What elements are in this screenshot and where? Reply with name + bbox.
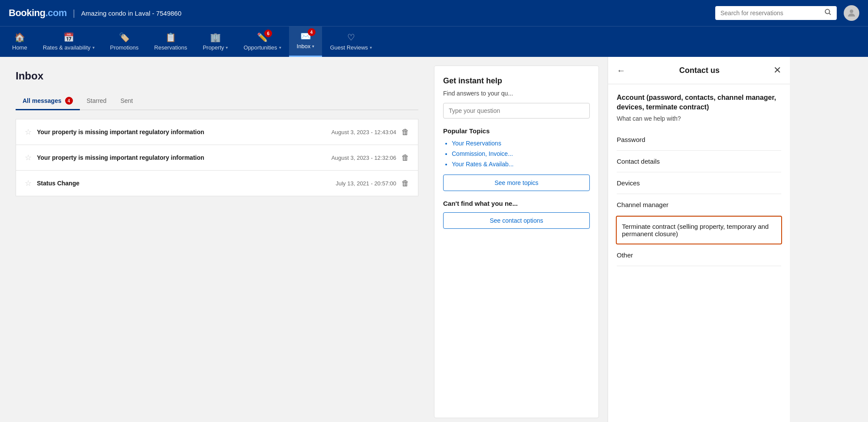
tab-sent[interactable]: Sent — [113, 92, 140, 110]
avatar[interactable] — [844, 5, 859, 21]
contact-what-help: What can we help with? — [617, 115, 781, 122]
message-text: Status Change — [37, 180, 331, 187]
header-separator: | — [73, 8, 75, 18]
delete-icon[interactable]: 🗑 — [401, 153, 409, 162]
header: Booking.com | Amazing condo in Laval - 7… — [0, 0, 868, 26]
nav-item-reviews[interactable]: ♡ Guest Reviews ▾ — [322, 28, 379, 57]
message-text: Your property is missing important regul… — [37, 129, 326, 135]
delete-icon[interactable]: 🗑 — [401, 128, 409, 137]
nav-item-home[interactable]: 🏠 Home — [4, 28, 35, 57]
opportunities-badge: 6 — [264, 30, 272, 37]
nav-label-reservations: Reservations — [154, 44, 187, 51]
star-icon[interactable]: ☆ — [25, 178, 32, 188]
inbox-area: Inbox All messages 4 Starred Sent ☆ Your… — [0, 57, 434, 422]
list-item[interactable]: Your Rates & Availab... — [452, 161, 590, 168]
nav-label-promotions: Promotions — [110, 44, 139, 51]
nav-item-rates[interactable]: 📅 Rates & availability ▾ — [35, 28, 102, 57]
svg-line-1 — [829, 13, 831, 15]
see-contact-options-button[interactable]: See contact options — [443, 212, 590, 229]
message-date: July 13, 2021 - 20:57:00 — [336, 180, 397, 187]
back-button[interactable]: ← — [617, 66, 625, 76]
home-icon: 🏠 — [14, 32, 25, 43]
contact-option-devices[interactable]: Devices — [617, 172, 781, 194]
popular-topics-title: Popular Topics — [443, 127, 590, 135]
nav-label-rates: Rates & availability — [43, 44, 91, 51]
nav-bar: 🏠 Home 📅 Rates & availability ▾ 🏷️ Promo… — [0, 26, 868, 57]
tab-all-badge: 4 — [65, 97, 73, 105]
rates-chevron-icon: ▾ — [92, 45, 95, 50]
main-content: Inbox All messages 4 Starred Sent ☆ Your… — [0, 57, 868, 422]
tab-all-label: All messages — [23, 97, 62, 104]
nav-item-opportunities[interactable]: ✏️ 6 Opportunities ▾ — [236, 28, 289, 57]
nav-label-property: Property — [203, 44, 224, 51]
topic-list: Your Reservations Commission, Invoice...… — [443, 140, 590, 168]
nav-item-reservations[interactable]: 📋 Reservations — [146, 28, 195, 57]
tab-sent-label: Sent — [120, 97, 133, 104]
close-icon[interactable]: ✕ — [773, 65, 781, 76]
opportunities-icon: ✏️ 6 — [257, 32, 268, 43]
contact-panel: ← Contact us ✕ Account (password, contac… — [608, 57, 790, 422]
message-text: Your property is missing important regul… — [37, 154, 326, 161]
message-date: August 3, 2023 - 12:32:06 — [331, 155, 396, 161]
nav-label-home: Home — [12, 44, 27, 51]
inbox-chevron-icon: ▾ — [312, 44, 314, 49]
svg-point-0 — [825, 10, 830, 14]
tab-starred-label: Starred — [87, 97, 107, 104]
table-row[interactable]: ☆ Status Change July 13, 2021 - 20:57:00… — [16, 171, 418, 196]
nav-item-inbox[interactable]: ✉️ 4 Inbox ▾ — [289, 26, 322, 57]
cant-find-text: Can't find what you ne... — [443, 200, 590, 207]
inbox-badge: 4 — [308, 28, 316, 36]
reviews-icon: ♡ — [347, 32, 355, 43]
nav-label-reviews: Guest Reviews — [330, 44, 368, 51]
list-item[interactable]: Your Reservations — [452, 140, 590, 147]
contact-option-other[interactable]: Other — [617, 244, 781, 266]
property-icon: 🏢 — [210, 32, 221, 43]
contact-option-password[interactable]: Password — [617, 129, 781, 151]
inbox-title: Inbox — [16, 70, 418, 82]
delete-icon[interactable]: 🗑 — [401, 179, 409, 188]
header-property: Amazing condo in Laval - 7549860 — [81, 10, 181, 17]
svg-point-2 — [850, 10, 853, 13]
contact-header: ← Contact us ✕ — [608, 57, 790, 84]
contact-panel-title: Contact us — [631, 66, 768, 75]
contact-option-contact-details[interactable]: Contact details — [617, 151, 781, 172]
opportunities-chevron-icon: ▾ — [279, 45, 281, 50]
table-row[interactable]: ☆ Your property is missing important reg… — [16, 145, 418, 171]
help-subtitle: Find answers to your qu... — [443, 90, 590, 97]
search-icon — [825, 9, 832, 17]
contact-option-terminate-contract[interactable]: Terminate contract (selling property, te… — [616, 216, 782, 244]
contact-body: Account (password, contacts, channel man… — [608, 84, 790, 275]
property-chevron-icon: ▾ — [226, 45, 228, 50]
message-date: August 3, 2023 - 12:43:04 — [331, 129, 396, 135]
inbox-tabs: All messages 4 Starred Sent — [16, 92, 418, 110]
contact-option-channel-manager[interactable]: Channel manager — [617, 194, 781, 216]
inbox-icon: ✉️ 4 — [300, 31, 311, 41]
see-more-topics-button[interactable]: See more topics — [443, 175, 590, 191]
rates-icon: 📅 — [63, 32, 74, 43]
reservations-icon: 📋 — [165, 32, 176, 43]
star-icon[interactable]: ☆ — [25, 127, 32, 137]
search-bar[interactable] — [715, 6, 837, 20]
table-row[interactable]: ☆ Your property is missing important reg… — [16, 119, 418, 145]
help-search-input[interactable] — [443, 103, 590, 119]
nav-item-promotions[interactable]: 🏷️ Promotions — [102, 28, 147, 57]
nav-label-opportunities: Opportunities — [243, 44, 277, 51]
help-panel: Get instant help Find answers to your qu… — [434, 66, 599, 418]
promotions-icon: 🏷️ — [119, 32, 130, 43]
list-item[interactable]: Commission, Invoice... — [452, 150, 590, 157]
logo: Booking.com — [9, 7, 67, 19]
message-list: ☆ Your property is missing important reg… — [16, 119, 418, 196]
nav-item-property[interactable]: 🏢 Property ▾ — [195, 28, 236, 57]
star-icon[interactable]: ☆ — [25, 153, 32, 162]
search-input[interactable] — [720, 10, 821, 16]
nav-label-inbox: Inbox — [297, 43, 311, 49]
tab-starred[interactable]: Starred — [80, 92, 114, 110]
help-title: Get instant help — [443, 76, 590, 86]
tab-all-messages[interactable]: All messages 4 — [16, 92, 80, 110]
contact-section-title: Account (password, contacts, channel man… — [617, 93, 781, 112]
reviews-chevron-icon: ▾ — [370, 45, 372, 50]
